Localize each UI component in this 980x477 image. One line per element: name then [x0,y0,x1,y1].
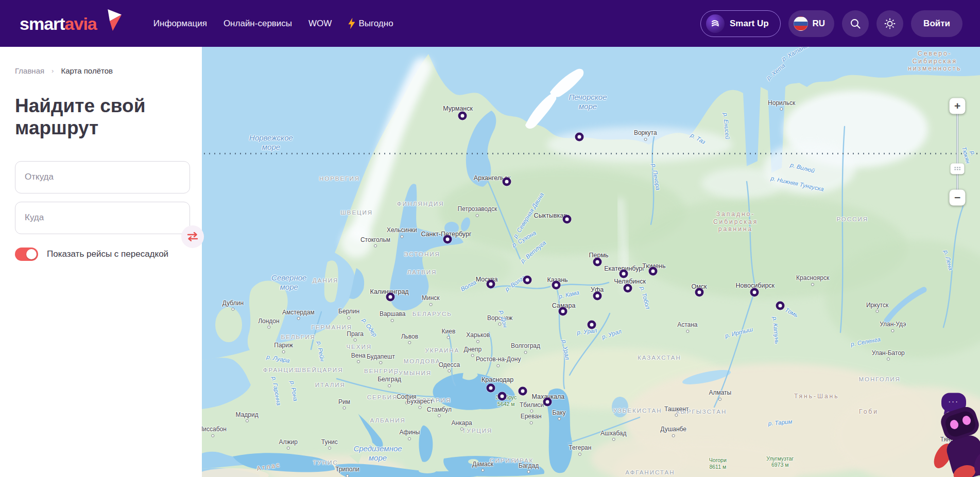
destination-marker-17[interactable] [776,302,784,310]
login-button[interactable]: Войти [911,10,962,37]
to-input[interactable] [15,202,190,234]
theme-sun-icon [884,17,896,30]
lightning-icon [348,18,355,29]
destination-marker-11[interactable] [593,292,601,301]
nav-item-1[interactable]: Онлайн-сервисы [223,19,292,29]
zoom-slider-handle[interactable] [951,163,965,174]
robot-mascot[interactable] [934,407,980,477]
destination-marker-8[interactable] [486,279,495,288]
chevron-right-icon: › [51,67,54,75]
smart-up-label: Smart Up [730,19,769,29]
destination-marker-5[interactable] [593,258,601,267]
transfer-flights-toggle[interactable] [15,248,38,261]
destination-marker-18[interactable] [588,321,596,329]
smart-up-button[interactable]: Smart Up [700,10,781,37]
swap-arrows-icon [187,232,198,241]
arctic-circle-line [202,153,980,154]
destination-marker-12[interactable] [623,284,632,292]
destination-marker-15[interactable] [695,288,703,297]
logo-text-smart: smart [20,14,65,33]
destination-marker-20[interactable] [498,392,507,400]
destination-marker-0[interactable] [458,111,467,120]
map-basemap [202,47,980,477]
destination-marker-3[interactable] [562,215,571,224]
breadcrumb: Главная › Карта полётов [15,66,190,75]
chat-dots-icon: ··· [948,401,959,404]
destination-marker-13[interactable] [386,292,394,301]
destination-marker-2[interactable] [503,177,511,186]
smartavia-logo[interactable]: smartavia [20,15,123,32]
language-switcher[interactable]: RU [788,10,835,37]
swap-directions-button[interactable] [181,225,204,248]
destination-marker-16[interactable] [750,288,759,297]
nav-item-0[interactable]: Информация [153,19,207,29]
breadcrumb-home-link[interactable]: Главная [15,66,44,75]
search-button[interactable] [842,10,869,37]
search-sidebar: Главная › Карта полётов Найдите свой мар… [0,47,202,477]
destination-marker-4[interactable] [443,235,452,243]
slider-grip-icon [954,167,961,171]
login-label: Войти [923,19,950,29]
transfer-flights-label: Показать рейсы с пересадкой [47,249,168,259]
destination-marker-19[interactable] [486,383,495,392]
destination-marker-21[interactable] [518,386,527,395]
from-input[interactable] [15,161,190,193]
search-icon [850,18,861,29]
language-label: RU [813,19,826,29]
destination-marker-10[interactable] [552,281,560,290]
logo-text-avia: avia [65,14,97,33]
destination-marker-14[interactable] [559,307,568,316]
destination-marker-6[interactable] [619,270,628,278]
zoom-out-button[interactable]: − [950,189,966,205]
destination-marker-1[interactable] [575,132,583,141]
header: smartavia ИнформацияОнлайн-сервисыWOWВыг… [0,0,980,47]
page-title: Найдите свой маршрут [15,95,169,139]
zoom-slider-track[interactable] [956,106,958,198]
nav-item-3[interactable]: Выгодно [348,18,393,29]
theme-toggle-button[interactable] [876,10,903,37]
main-nav: ИнформацияОнлайн-сервисыWOWВыгодно [153,18,393,29]
destination-marker-9[interactable] [523,276,531,285]
destination-marker-22[interactable] [543,397,552,406]
nav-item-2[interactable]: WOW [308,19,332,29]
toggle-knob [26,249,37,259]
smart-up-logo-icon [706,14,725,33]
flag-ru-icon [794,16,808,31]
paper-plane-icon [99,8,123,32]
breadcrumb-current: Карта полётов [61,66,113,75]
flight-map[interactable]: + − ··· Печорское мореНорвежское мореСев… [202,47,980,477]
destination-marker-7[interactable] [649,267,658,276]
zoom-in-button[interactable]: + [950,98,966,114]
